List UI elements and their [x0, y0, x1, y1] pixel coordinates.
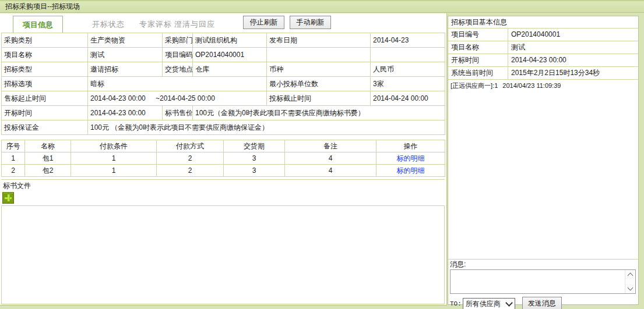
cell-pay-condition: 1	[71, 152, 157, 165]
form-row: 开标时间 2014-04-23 00:00 标书售价 100元（金额为0时表此项…	[2, 106, 445, 120]
field-label: 项目编码	[163, 48, 193, 62]
col-header-name: 名称	[25, 140, 71, 152]
package-table-header: 序号 名称 付款条件 付款方式 交货期 备注 操作	[2, 140, 445, 152]
form-row: 售标起止时间 2014-04-23 00:00 ~2014-04-25 00:0…	[2, 91, 445, 106]
col-header-action: 操作	[376, 140, 445, 152]
field-value: 仓库	[193, 62, 267, 77]
field-label: 发布日期	[267, 33, 371, 48]
log-sender: [正远供应商一]:1	[451, 82, 498, 89]
message-label: 消息:	[448, 260, 638, 269]
field-label: 项目编号	[448, 29, 508, 41]
info-row: 系统当前时间 2015年2月2日15时13分34秒	[448, 67, 638, 80]
cell-note: 4	[285, 165, 376, 177]
recipient-selected-value: 所有供应商	[466, 299, 501, 309]
scroll-up-icon[interactable]	[628, 273, 634, 279]
add-file-button[interactable]	[2, 192, 14, 204]
recipient-select[interactable]: 所有供应商	[463, 298, 515, 309]
scroll-down-icon[interactable]	[628, 285, 634, 291]
project-info-panel: 项目信息 开标状态 专家评标 澄清与回应 停止刷新 手动刷新 采购类别 生产类物…	[0, 13, 447, 306]
field-label	[267, 48, 371, 62]
package-table: 序号 名称 付款条件 付款方式 交货期 备注 操作 1 包1 1 2 3 4 标…	[1, 140, 445, 177]
field-label: 最小投标单位数	[267, 77, 371, 91]
field-label: 项目名称	[448, 41, 508, 54]
cell-seq: 1	[2, 152, 25, 165]
field-value: 2014-04-24 00:00	[371, 91, 445, 106]
log-timestamp: 2014/04/23 11:09:39	[502, 82, 561, 89]
field-value: 暗标	[88, 77, 267, 91]
sale-end-time: ~2014-04-25 00:00	[156, 94, 215, 102]
cell-pay-method: 2	[157, 165, 224, 177]
textarea-scrollbar[interactable]	[625, 270, 635, 293]
field-value: 2014-04-23	[371, 33, 445, 48]
field-label: 标书售价	[163, 106, 193, 120]
sale-start-time: 2014-04-23 00:00	[90, 94, 146, 102]
bidding-site-page: 招标采购项目--招标现场 项目信息 开标状态 专家评标 澄清与回应 停止刷新 手…	[0, 0, 644, 309]
send-message-button[interactable]: 发送消息	[522, 297, 562, 309]
field-label: 采购类别	[2, 33, 88, 48]
field-label: 开标时间	[448, 54, 508, 66]
cell-delivery: 3	[224, 165, 285, 177]
col-header-pay-method: 付款方式	[157, 140, 224, 152]
basic-info-panel: 招标项目基本信息 项目编号 OP2014040001 项目名称 测试 开标时间 …	[448, 16, 639, 305]
field-value: 2014-04-23 00:00	[508, 54, 638, 66]
field-value: 测试组织机构	[193, 33, 267, 48]
field-value: 测试	[508, 41, 638, 54]
manual-refresh-button[interactable]: 手动刷新	[290, 16, 331, 29]
cell-seq: 2	[2, 165, 25, 177]
field-value: 100元 （金额为0时表示此项目不需要供应商缴纳保证金）	[88, 120, 445, 135]
form-row: 招标选项 暗标 最小投标单位数 3家	[2, 77, 445, 91]
col-header-delivery: 交货期	[224, 140, 285, 152]
form-row: 项目名称 测试 项目编码 OP2014040001	[2, 48, 445, 62]
bid-file-label: 标书文件	[1, 179, 445, 192]
field-label: 交货地点	[163, 62, 193, 77]
info-row: 项目编号 OP2014040001	[448, 29, 638, 41]
cell-pay-method: 2	[157, 152, 224, 165]
cell-name: 包1	[25, 152, 71, 165]
to-label: TO:	[450, 300, 462, 307]
cell-pay-condition: 1	[71, 165, 157, 177]
form-row: 采购类别 生产类物资 采购部门 测试组织机构 发布日期 2014-04-23	[2, 33, 445, 48]
chevron-down-icon	[505, 299, 513, 307]
tab-project-info[interactable]: 项目信息	[13, 16, 63, 33]
bid-detail-link[interactable]: 标的明细	[397, 154, 425, 162]
field-value: 邀请招标	[88, 62, 163, 77]
tab-clarification-response[interactable]: 澄清与回应	[174, 16, 215, 33]
cell-note: 4	[285, 152, 376, 165]
field-value: OP2014040001	[193, 48, 267, 62]
col-header-pay-condition: 付款条件	[71, 140, 157, 152]
field-value: 2014-04-23 00:00	[88, 106, 163, 120]
field-value: 2014-04-23 00:00 ~2014-04-25 00:00	[88, 91, 267, 106]
field-label: 招标类型	[2, 62, 88, 77]
stop-refresh-button[interactable]: 停止刷新	[243, 16, 284, 29]
field-value: 测试	[88, 48, 163, 62]
cell-name: 包2	[25, 165, 71, 177]
field-label: 系统当前时间	[448, 67, 508, 79]
col-header-note: 备注	[285, 140, 376, 152]
tab-expert-evaluation[interactable]: 专家评标	[139, 16, 172, 33]
field-label: 币种	[267, 62, 371, 77]
bid-detail-link[interactable]: 标的明细	[397, 166, 425, 175]
field-value	[371, 48, 445, 62]
page-title: 招标采购项目--招标现场	[0, 0, 644, 13]
table-row: 1 包1 1 2 3 4 标的明细	[2, 152, 445, 165]
field-label: 售标起止时间	[2, 91, 88, 106]
col-header-seq: 序号	[2, 140, 25, 152]
field-value: 3家	[371, 77, 445, 91]
project-form-table: 采购类别 生产类物资 采购部门 测试组织机构 发布日期 2014-04-23 项…	[1, 33, 445, 135]
field-label: 项目名称	[2, 48, 88, 62]
field-value: 2015年2月2日15时13分34秒	[508, 67, 638, 79]
field-value: 生产类物资	[88, 33, 163, 48]
panel-title: 招标项目基本信息	[448, 16, 638, 29]
table-row: 2 包2 1 2 3 4 标的明细	[2, 165, 445, 177]
bid-file-list	[1, 205, 445, 304]
field-value: OP2014040001	[508, 29, 638, 41]
message-textarea[interactable]	[450, 269, 636, 294]
field-label: 采购部门	[163, 33, 193, 48]
info-row: 项目名称 测试	[448, 41, 638, 54]
field-label: 投标截止时间	[267, 91, 371, 106]
info-row: 开标时间 2014-04-23 00:00	[448, 54, 638, 67]
field-label: 开标时间	[2, 106, 88, 120]
form-row: 投标保证金 100元 （金额为0时表示此项目不需要供应商缴纳保证金）	[2, 120, 445, 135]
tab-opening-status[interactable]: 开标状态	[92, 16, 125, 33]
send-message-row: TO: 所有供应商 发送消息	[450, 297, 638, 309]
